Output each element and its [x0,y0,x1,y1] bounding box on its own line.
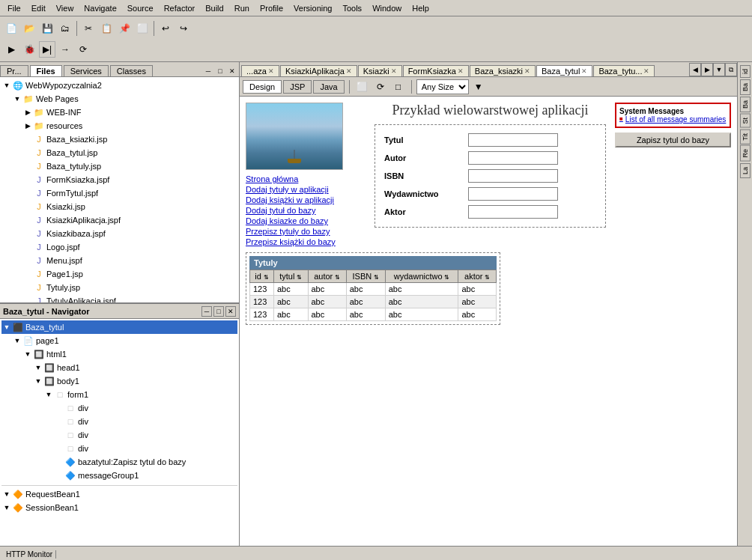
close-tab-ksiazkiaplikacja[interactable]: ✕ [346,67,352,75]
nav-node-html1[interactable]: ▼ 🔲 html1 [1,347,237,361]
menu-refactor[interactable]: Refactor [160,2,200,14]
nav-toggle-root[interactable]: ▼ [1,322,12,332]
menu-versioning[interactable]: Versioning [289,2,336,14]
input-aktor[interactable] [468,205,558,219]
nav-node-messagegroup1[interactable]: ▶ 🔷 messageGroup1 [1,469,237,482]
sidebar-label-la[interactable]: La [740,163,751,178]
nav-node-head1[interactable]: ▼ 🔲 head1 [1,361,237,374]
close-tab-baza-tytuly[interactable]: ✕ [643,67,649,75]
debug-btn[interactable]: 🐞 [21,41,37,58]
design-tool2[interactable]: ⟳ [372,79,389,95]
tab-scroll-left[interactable]: ◀ [689,63,701,76]
nav-strona-glowna[interactable]: Strona główna [246,174,366,183]
nav-toggle-sessionbean[interactable]: ▼ [1,502,12,513]
nav-node-bazatytul[interactable]: ▶ 🔷 bazatytul:Zapisz tytul do bazy [1,455,237,469]
tree-resources[interactable]: ▶ 📁 resources [1,119,237,133]
tab-files[interactable]: Files [30,65,62,76]
nav-node-div1[interactable]: ▶ □ div [1,401,237,415]
menu-tools[interactable]: Tools [338,2,366,14]
nav-node-form1[interactable]: ▼ □ form1 [1,388,237,401]
nav-toggle-head1[interactable]: ▼ [33,362,43,373]
nav-dodaj-tytuly[interactable]: Dodaj tytuły w aplikacji [246,185,366,194]
java-view-btn[interactable]: Java [313,80,344,94]
tab-scroll-right[interactable]: ▶ [701,63,713,76]
menu-help[interactable]: Help [407,2,434,14]
nav-dodaj-ksiazki[interactable]: Dodaj książki w aplikacji [246,195,366,204]
open-btn[interactable]: 📂 [21,20,37,37]
copy-btn[interactable]: 📋 [98,20,115,37]
menu-profile[interactable]: Profile [255,2,288,14]
btn4[interactable]: 🗂 [57,20,73,37]
nav-node-body1[interactable]: ▼ 🔲 body1 [1,374,237,388]
editor-tab-baza-ksiazki[interactable]: Baza_ksiazki ✕ [470,65,536,76]
nav-toggle-form1[interactable]: ▼ [43,389,54,400]
jsp-view-btn[interactable]: JSP [283,80,312,94]
editor-tab-aza[interactable]: ...aza ✕ [241,65,279,76]
menu-navigate[interactable]: Navigate [79,2,121,14]
close-tab-formksiazka[interactable]: ✕ [458,67,464,75]
nav-node-root[interactable]: ▼ ⬛ Baza_tytul [1,320,237,334]
tree-baza-tytul[interactable]: ▶ J Baza_tytul.jsp [1,146,237,159]
save-tytul-btn[interactable]: Zapisz tytul do bazy [615,133,731,147]
menu-view[interactable]: View [52,2,79,14]
tree-page1[interactable]: ▶ J Page1.jsp [1,267,237,281]
save-all-btn[interactable]: 💾 [39,20,55,37]
nav-node-page1[interactable]: ▼ 📄 page1 [1,334,237,347]
redo-btn[interactable]: ↪ [175,20,192,37]
nav-toggle-page1[interactable]: ▼ [12,335,22,346]
nav-minimize-btn[interactable]: ─ [201,306,212,317]
sys-msg-item-0[interactable]: List of all message summaries [619,115,727,124]
menu-run[interactable]: Run [230,2,254,14]
tree-baza-tytuly[interactable]: ▶ J Baza_tytuly.jsp [1,159,237,173]
close-tab-baza-tytul[interactable]: ✕ [581,67,587,75]
tree-ksiazki[interactable]: ▶ J Ksiazki.jsp [1,200,237,213]
nav-toggle-requestbean[interactable]: ▼ [1,489,12,499]
nav-node-sessionbean[interactable]: ▼ 🔶 SessionBean1 [1,501,237,514]
tree-tytuly[interactable]: ▶ J Tytuly.jsp [1,281,237,294]
toggle-webinf[interactable]: ▶ [22,107,33,118]
sort-autor-icon[interactable]: ⇅ [335,274,340,281]
design-tool1[interactable]: ⬜ [354,79,371,95]
toggle-root[interactable]: ▼ [1,80,12,91]
tree-tytulyaplikacja[interactable]: ▶ J TytulyAplikacja.jspf [1,294,237,302]
sidebar-label-ba2[interactable]: Ba [740,97,751,112]
nav-toggle-body1[interactable]: ▼ [33,376,43,386]
sidebar-label-st[interactable]: St [740,114,751,128]
sidebar-label-re[interactable]: Re [740,145,751,162]
close-tab-aza[interactable]: ✕ [268,67,274,75]
sort-aktor-icon[interactable]: ⇅ [485,274,490,281]
tree-ksiazkibaza[interactable]: ▶ J Ksiazkibaza.jspf [1,227,237,240]
step2-btn[interactable]: ⟳ [75,41,91,58]
nav-przepisz-tytuly[interactable]: Przepisz tytuły do bazy [246,227,366,236]
run2-btn[interactable]: ▶| [39,41,55,58]
sort-tytul-icon[interactable]: ⇅ [297,274,302,281]
nav-maximize-btn[interactable]: □ [213,306,224,317]
tab-float-btn[interactable]: ⧉ [725,63,737,76]
close-tab-ksiazki[interactable]: ✕ [391,67,397,75]
menu-window[interactable]: Window [368,2,406,14]
nav-close-btn[interactable]: ✕ [225,306,236,317]
input-tytul[interactable] [468,133,558,147]
cut-btn[interactable]: ✂ [80,20,97,37]
toggle-webpages[interactable]: ▼ [12,94,22,104]
input-isbn[interactable] [468,169,558,183]
tree-logo[interactable]: ▶ J Logo.jspf [1,240,237,254]
nav-dodaj-tytul-bazy[interactable]: Dodaj tytuł do bazy [246,206,366,215]
editor-tab-ksiazkiaplikacja[interactable]: KsiazkiAplikacja ✕ [280,65,357,76]
editor-tab-baza-tytuly[interactable]: Baza_tytu... ✕ [593,65,655,76]
nav-node-div4[interactable]: ▶ □ div [1,442,237,455]
menu-edit[interactable]: Edit [27,2,50,14]
editor-tab-ksiazki[interactable]: Ksiazki ✕ [358,65,402,76]
tree-webpages[interactable]: ▼ 📁 Web Pages [1,92,237,106]
step-btn[interactable]: → [57,41,73,58]
undo-btn[interactable]: ↩ [157,20,174,37]
tree-formtytul[interactable]: ▶ J FormTytul.jspf [1,186,237,200]
editor-tab-formksiazka[interactable]: FormKsiazka ✕ [403,65,469,76]
tab-projects[interactable]: Pr... [0,65,28,76]
close-tab-baza-ksiazki[interactable]: ✕ [524,67,530,75]
maximize-panel-btn[interactable]: □ [215,66,225,76]
tab-classes[interactable]: Classes [110,65,153,76]
design-view-btn[interactable]: Design [243,80,282,94]
input-wydawnictwo[interactable] [468,187,558,201]
menu-file[interactable]: File [3,2,25,14]
